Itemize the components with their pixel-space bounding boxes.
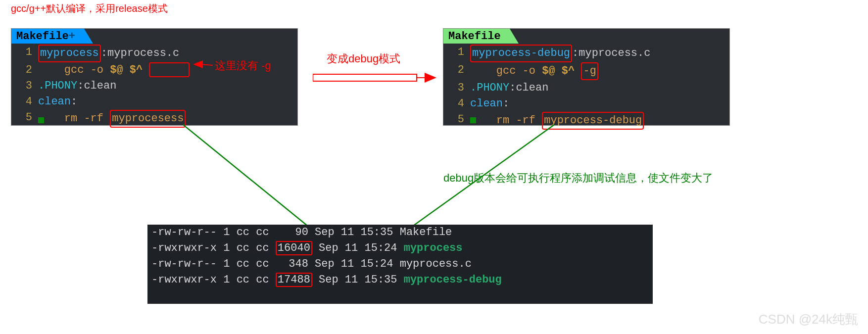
annotation-release-mode: gcc/g++默认编译，采用release模式 xyxy=(11,2,168,15)
line-number: 4 xyxy=(11,94,38,110)
tab-makefile-left[interactable]: Makefile+ xyxy=(11,29,84,44)
line-content: rm -rf myprocesess xyxy=(38,110,186,128)
line-content: clean: xyxy=(38,94,77,110)
line-content: .PHONY:clean xyxy=(38,78,116,94)
annotation-debug-larger: debug版本会给可执行程序添加调试信息，使文件变大了 xyxy=(443,171,713,186)
terminal-row: -rwxrwxr-x 1 cc cc 17488 Sep 11 15:35 my… xyxy=(151,272,649,288)
terminal-row: -rwxrwxr-x 1 cc cc 16040 Sep 11 15:24 my… xyxy=(151,240,649,256)
line-content: gcc -o $@ $^ xyxy=(38,62,190,78)
line-number: 2 xyxy=(443,62,470,80)
line-number: 4 xyxy=(443,96,470,112)
line-content: gcc -o $@ $^ -g xyxy=(470,62,598,80)
code-line: 1myprocess-debug:myprocess.c xyxy=(443,45,729,62)
annotation-no-g: 这里没有 -g xyxy=(215,58,271,73)
code-line: 5 rm -rf myprocess-debug xyxy=(443,112,729,130)
line-number: 1 xyxy=(443,45,470,62)
line-content: myprocess:myprocess.c xyxy=(38,45,179,62)
line-content: .PHONY:clean xyxy=(470,80,548,96)
line-content: clean: xyxy=(470,96,509,112)
line-content: rm -rf myprocess-debug xyxy=(470,112,644,130)
code-line: 5 rm -rf myprocesess xyxy=(11,110,297,128)
code-line: 3.PHONY:clean xyxy=(11,78,297,94)
editor-makefile-debug: Makefile 1myprocess-debug:myprocess.c2 g… xyxy=(443,28,730,126)
code-right: 1myprocess-debug:myprocess.c2 gcc -o $@ … xyxy=(443,44,729,130)
line-number: 5 xyxy=(443,112,470,130)
tab-makefile-right[interactable]: Makefile xyxy=(443,29,510,44)
code-left: 1myprocess:myprocess.c2 gcc -o $@ $^ 3.P… xyxy=(11,44,297,128)
line-content: myprocess-debug:myprocess.c xyxy=(470,45,650,62)
arrow-red-right-icon xyxy=(313,68,436,88)
code-line: 3.PHONY:clean xyxy=(443,80,729,96)
terminal-row: -rw-rw-r-- 1 cc cc 348 Sep 11 15:24 mypr… xyxy=(151,256,649,272)
line-number: 5 xyxy=(11,110,38,128)
code-line: 4clean: xyxy=(11,94,297,110)
annotation-become-debug: 变成debug模式 xyxy=(327,51,400,66)
line-number: 3 xyxy=(443,80,470,96)
editor-makefile-release: Makefile+ 1myprocess:myprocess.c2 gcc -o… xyxy=(11,28,298,126)
code-line: 2 gcc -o $@ $^ -g xyxy=(443,62,729,80)
svg-line-2 xyxy=(183,125,321,237)
terminal-row: -rw-rw-r-- 1 cc cc 90 Sep 11 15:35 Makef… xyxy=(151,225,649,240)
line-number: 1 xyxy=(11,45,38,62)
terminal-ls-output: -rw-rw-r-- 1 cc cc 90 Sep 11 15:35 Makef… xyxy=(147,225,653,304)
cursor-marker-icon xyxy=(470,117,476,123)
svg-rect-0 xyxy=(313,74,417,81)
watermark: CSDN @24k纯甄 xyxy=(759,311,858,328)
code-line: 4clean: xyxy=(443,96,729,112)
line-number: 3 xyxy=(11,78,38,94)
line-number: 2 xyxy=(11,62,38,78)
cursor-marker-icon xyxy=(38,117,44,123)
